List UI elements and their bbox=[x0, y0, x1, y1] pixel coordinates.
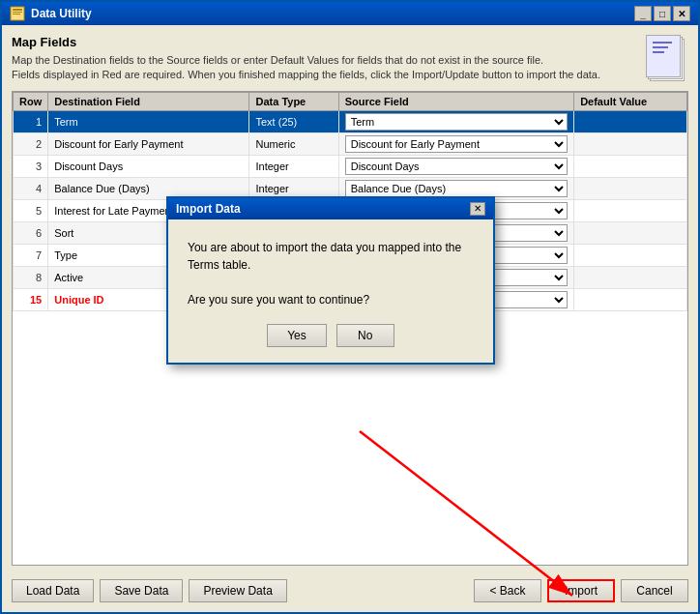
cell-destination: Discount Days bbox=[48, 155, 249, 177]
source-select[interactable]: Term bbox=[345, 113, 568, 131]
dialog-yes-button[interactable]: Yes bbox=[267, 324, 327, 347]
cell-row-num: 6 bbox=[14, 221, 48, 244]
table-row[interactable]: 1 Term Text (25) Term bbox=[14, 110, 687, 132]
load-data-button[interactable]: Load Data bbox=[12, 579, 94, 602]
title-bar: Data Utility _ □ ✕ bbox=[2, 2, 698, 25]
svg-rect-3 bbox=[13, 14, 20, 15]
source-select[interactable]: Discount for Early Payment bbox=[345, 135, 568, 153]
table-row[interactable]: 3 Discount Days Integer Discount Days bbox=[14, 155, 687, 177]
cell-default bbox=[574, 288, 687, 310]
header-icon bbox=[642, 35, 688, 81]
cell-default bbox=[574, 132, 687, 155]
description-line1: Map the Destination fields to the Source… bbox=[12, 53, 600, 68]
cell-row-num: 4 bbox=[14, 177, 48, 199]
cell-destination: Term bbox=[48, 110, 249, 132]
preview-data-button[interactable]: Preview Data bbox=[189, 579, 286, 602]
dialog-close-button[interactable]: ✕ bbox=[470, 202, 485, 216]
table-row[interactable]: 2 Discount for Early Payment Numeric Dis… bbox=[14, 132, 687, 155]
save-data-button[interactable]: Save Data bbox=[100, 579, 183, 602]
cell-row-num: 1 bbox=[14, 110, 48, 132]
bottom-bar: Load Data Save Data Preview Data < Back … bbox=[12, 573, 688, 602]
bottom-right-buttons: < Back Import Cancel bbox=[474, 579, 688, 602]
dialog-no-button[interactable]: No bbox=[336, 324, 394, 347]
cell-row-num: 7 bbox=[14, 244, 48, 266]
import-dialog: Import Data ✕ You are about to import th… bbox=[166, 196, 495, 365]
svg-rect-1 bbox=[13, 9, 22, 11]
col-header-source: Source Field bbox=[338, 92, 573, 110]
col-header-row: Row bbox=[14, 92, 48, 110]
cell-destination: Discount for Early Payment bbox=[48, 132, 249, 155]
dialog-title-bar: Import Data ✕ bbox=[168, 198, 493, 219]
cell-datatype: Text (25) bbox=[249, 110, 338, 132]
cell-default bbox=[574, 266, 687, 288]
cell-source[interactable]: Discount Days bbox=[338, 155, 573, 177]
cell-row-num: 3 bbox=[14, 155, 48, 177]
cell-source[interactable]: Discount for Early Payment bbox=[338, 132, 573, 155]
bottom-left-buttons: Load Data Save Data Preview Data bbox=[12, 579, 287, 602]
cell-row-num: 5 bbox=[14, 199, 48, 221]
description-line2: Fields displayed in Red are required. Wh… bbox=[12, 68, 600, 82]
source-select[interactable]: Balance Due (Days) bbox=[345, 180, 568, 197]
dialog-title: Import Data bbox=[176, 202, 241, 216]
cell-datatype: Integer bbox=[249, 155, 338, 177]
cell-default bbox=[574, 244, 687, 266]
paper-lines bbox=[653, 42, 672, 56]
paper-line-2 bbox=[653, 46, 668, 48]
dialog-message-line2: Are you sure you want to continue? bbox=[188, 291, 474, 308]
col-header-datatype: Data Type bbox=[249, 92, 338, 110]
import-button[interactable]: Import bbox=[547, 579, 615, 602]
cell-default bbox=[574, 221, 687, 244]
window-content: Map Fields Map the Destination fields to… bbox=[2, 25, 698, 612]
dialog-buttons: Yes No bbox=[188, 324, 474, 347]
cell-default bbox=[574, 110, 687, 132]
table-header-row: Row Destination Field Data Type Source F… bbox=[14, 92, 687, 110]
title-controls: _ □ ✕ bbox=[634, 6, 690, 21]
paper-line-1 bbox=[653, 42, 672, 44]
cell-row-num: 2 bbox=[14, 132, 48, 155]
close-button[interactable]: ✕ bbox=[673, 6, 690, 21]
cell-default bbox=[574, 155, 687, 177]
cell-default bbox=[574, 177, 687, 199]
app-icon bbox=[10, 6, 25, 21]
svg-rect-2 bbox=[13, 12, 22, 13]
maximize-button[interactable]: □ bbox=[654, 6, 671, 21]
header-section: Map Fields Map the Destination fields to… bbox=[12, 35, 688, 83]
cell-source[interactable]: Term bbox=[338, 110, 573, 132]
dialog-message-line1: You are about to import the data you map… bbox=[188, 239, 474, 274]
main-window: Data Utility _ □ ✕ Map Fields Map the De… bbox=[0, 0, 700, 614]
col-header-destination: Destination Field bbox=[48, 92, 249, 110]
header-text: Map Fields Map the Destination fields to… bbox=[12, 35, 600, 83]
cell-row-num: 8 bbox=[14, 266, 48, 288]
cell-datatype: Numeric bbox=[249, 132, 338, 155]
dialog-message: You are about to import the data you map… bbox=[188, 239, 474, 308]
col-header-default: Default Value bbox=[574, 92, 687, 110]
dialog-content: You are about to import the data you map… bbox=[168, 219, 493, 363]
section-title: Map Fields bbox=[12, 35, 600, 49]
title-bar-left: Data Utility bbox=[10, 6, 92, 21]
paper-front bbox=[646, 35, 681, 77]
cell-default bbox=[574, 199, 687, 221]
cancel-button[interactable]: Cancel bbox=[621, 579, 688, 602]
window-title: Data Utility bbox=[31, 7, 92, 20]
minimize-button[interactable]: _ bbox=[634, 6, 652, 21]
paper-line-3 bbox=[653, 51, 664, 53]
cell-row-num: 15 bbox=[14, 288, 48, 310]
source-select[interactable]: Discount Days bbox=[345, 158, 568, 175]
back-button[interactable]: < Back bbox=[474, 579, 541, 602]
